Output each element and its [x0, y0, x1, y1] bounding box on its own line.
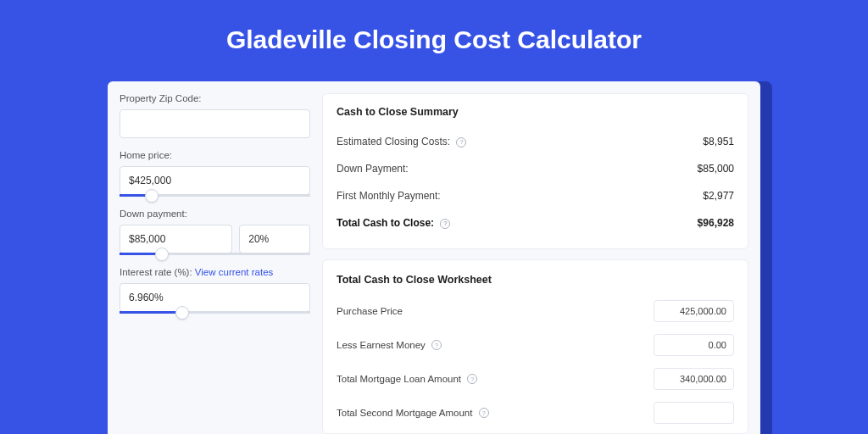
results-column: Cash to Close Summary Estimated Closing …: [322, 93, 748, 434]
summary-row-label: Down Payment:: [337, 163, 409, 175]
help-icon[interactable]: ?: [440, 219, 450, 229]
home-price-slider[interactable]: [120, 194, 310, 197]
summary-card: Cash to Close Summary Estimated Closing …: [322, 93, 748, 249]
zip-input[interactable]: [120, 109, 310, 138]
down-payment-percent-input[interactable]: [239, 225, 310, 253]
worksheet-row: Purchase Price: [337, 294, 734, 328]
summary-title: Cash to Close Summary: [337, 106, 734, 118]
help-icon[interactable]: ?: [456, 137, 466, 147]
earnest-money-input[interactable]: [654, 334, 734, 356]
down-payment-amount-input[interactable]: [120, 225, 232, 253]
interest-rate-field-group: Interest rate (%): View current rates: [120, 267, 310, 314]
page-title: Gladeville Closing Cost Calculator: [0, 0, 868, 73]
down-payment-slider[interactable]: [120, 253, 310, 255]
mortgage-loan-input[interactable]: [654, 368, 734, 390]
down-payment-field-group: Down payment:: [120, 209, 310, 255]
calculator-panel: Property Zip Code: Home price: Down paym…: [108, 81, 760, 434]
worksheet-row-label: Total Mortgage Loan Amount: [337, 374, 461, 384]
worksheet-row-label: Purchase Price: [337, 306, 403, 316]
interest-rate-input[interactable]: [120, 283, 310, 312]
worksheet-title: Total Cash to Close Worksheet: [337, 274, 734, 286]
summary-row-label: Estimated Closing Costs:: [337, 136, 450, 147]
worksheet-row: Total Second Mortgage Amount ?: [337, 396, 734, 430]
home-price-label: Home price:: [120, 150, 310, 160]
summary-total-label: Total Cash to Close:: [337, 217, 434, 229]
inputs-column: Property Zip Code: Home price: Down paym…: [120, 93, 310, 434]
help-icon[interactable]: ?: [431, 340, 442, 350]
worksheet-card: Total Cash to Close Worksheet Purchase P…: [322, 259, 748, 434]
summary-row-label: First Monthly Payment:: [337, 190, 441, 202]
summary-total-row: Total Cash to Close: ? $96,928: [337, 209, 734, 236]
down-payment-slider-thumb[interactable]: [155, 248, 169, 261]
summary-row: First Monthly Payment: $2,977: [337, 182, 734, 209]
zip-field-group: Property Zip Code:: [120, 93, 310, 138]
summary-row-value: $8,951: [703, 136, 734, 147]
interest-rate-slider-thumb[interactable]: [175, 306, 189, 320]
worksheet-row: Total Mortgage Loan Amount ?: [337, 362, 734, 396]
help-icon[interactable]: ?: [467, 374, 477, 384]
calculator-canvas: Property Zip Code: Home price: Down paym…: [108, 81, 760, 434]
interest-rate-label-text: Interest rate (%):: [120, 267, 195, 277]
home-price-slider-thumb[interactable]: [145, 189, 159, 203]
view-current-rates-link[interactable]: View current rates: [195, 267, 273, 277]
second-mortgage-input[interactable]: [654, 402, 734, 424]
down-payment-label: Down payment:: [120, 209, 310, 219]
summary-row-value: $85,000: [698, 163, 734, 175]
interest-rate-label: Interest rate (%): View current rates: [120, 267, 310, 277]
interest-rate-slider-fill: [120, 311, 182, 314]
summary-row-value: $2,977: [703, 190, 734, 202]
purchase-price-input[interactable]: [654, 300, 734, 322]
home-price-field-group: Home price:: [120, 150, 310, 197]
worksheet-row: Less Earnest Money ?: [337, 328, 734, 362]
zip-label: Property Zip Code:: [120, 93, 310, 103]
summary-row: Down Payment: $85,000: [337, 155, 734, 182]
worksheet-row-label: Total Second Mortgage Amount: [337, 408, 472, 418]
worksheet-row-label: Less Earnest Money: [337, 340, 426, 350]
summary-total-value: $96,928: [698, 217, 734, 229]
help-icon[interactable]: ?: [479, 408, 489, 418]
summary-row: Estimated Closing Costs: ? $8,951: [337, 128, 734, 155]
interest-rate-slider[interactable]: [120, 311, 310, 314]
